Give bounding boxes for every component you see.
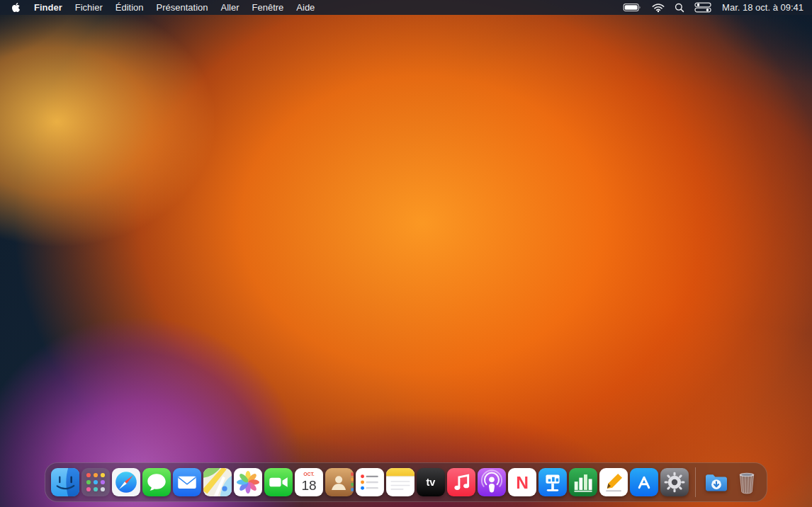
facetime-icon [264, 468, 293, 496]
tv-logo-label: tv [427, 477, 436, 488]
music-icon [447, 468, 475, 496]
photos-icon [234, 468, 262, 496]
pages-icon [599, 468, 628, 496]
menu-item-aller[interactable]: Aller [215, 0, 246, 15]
dock: OCT. 18 [45, 462, 767, 502]
desktop: Finder Fichier Édition Présentation Alle… [0, 0, 812, 507]
dock-icon-contacts[interactable] [325, 468, 354, 496]
calendar-month-label: OCT. [303, 472, 315, 477]
menu-bar: Finder Fichier Édition Présentation Alle… [0, 0, 812, 15]
news-icon: N [508, 468, 536, 496]
menubar-clock[interactable]: Mar. 18 oct. à 09:41 [716, 0, 803, 15]
menu-item-fenetre[interactable]: Fenêtre [246, 0, 291, 15]
dock-icon-tv[interactable]: tv [417, 468, 445, 496]
dock-icon-numbers[interactable] [569, 468, 597, 496]
wifi-icon [652, 3, 665, 13]
trash-icon [733, 468, 761, 496]
launchpad-icon [81, 468, 110, 496]
keynote-icon [538, 468, 567, 496]
dock-icon-news[interactable]: N [508, 468, 536, 496]
dock-icon-pages[interactable] [599, 468, 628, 496]
finder-icon [51, 468, 79, 496]
dock-icon-messages[interactable] [142, 468, 171, 496]
menu-item-presentation[interactable]: Présentation [150, 0, 215, 15]
wifi-status[interactable] [647, 0, 670, 15]
dock-icon-app-store[interactable] [630, 468, 658, 496]
dock-icon-photos[interactable] [234, 468, 262, 496]
dock-icon-safari[interactable] [112, 468, 140, 496]
dock-icon-notes[interactable] [386, 468, 415, 496]
calendar-day-label: 18 [301, 478, 316, 493]
app-store-icon [630, 468, 658, 496]
downloads-folder-icon [702, 468, 731, 496]
menu-item-fichier[interactable]: Fichier [69, 0, 109, 15]
menu-item-aide[interactable]: Aide [290, 0, 321, 15]
dock-separator [695, 467, 696, 497]
control-center-icon [694, 2, 711, 13]
gear-icon [660, 468, 689, 496]
maps-icon [203, 468, 232, 496]
dock-icon-facetime[interactable] [264, 468, 293, 496]
apple-icon [11, 2, 21, 13]
notes-icon [386, 468, 415, 496]
dock-icon-trash[interactable] [733, 468, 761, 496]
menu-item-finder[interactable]: Finder [28, 0, 69, 15]
apple-tv-icon: tv [417, 468, 445, 496]
reminders-icon [356, 468, 384, 496]
numbers-icon [569, 468, 597, 496]
dock-icon-finder[interactable] [51, 468, 79, 496]
safari-icon [112, 468, 140, 496]
dock-icon-system-settings[interactable] [660, 468, 689, 496]
desktop-wallpaper[interactable] [0, 0, 812, 507]
dock-icon-keynote[interactable] [538, 468, 567, 496]
menu-bar-right: Mar. 18 oct. à 09:41 [618, 0, 803, 15]
news-logo-label: N [516, 473, 529, 492]
search-icon [675, 3, 684, 13]
control-center-button[interactable] [689, 0, 716, 15]
apple-menu[interactable] [6, 0, 28, 15]
dock-icon-launchpad[interactable] [81, 468, 110, 496]
dock-icon-reminders[interactable] [356, 468, 384, 496]
dock-icon-calendar[interactable]: OCT. 18 [295, 468, 323, 496]
dock-icon-mail[interactable] [173, 468, 201, 496]
podcasts-icon [478, 468, 506, 496]
dock-icon-downloads[interactable] [702, 468, 731, 496]
contacts-icon [325, 468, 354, 496]
messages-icon [142, 468, 171, 496]
dock-icon-podcasts[interactable] [478, 468, 506, 496]
menu-item-edition[interactable]: Édition [109, 0, 150, 15]
battery-icon [623, 3, 642, 12]
menu-bar-left: Finder Fichier Édition Présentation Alle… [6, 0, 321, 15]
spotlight-button[interactable] [670, 0, 689, 15]
dock-icon-music[interactable] [447, 468, 475, 496]
calendar-icon: OCT. 18 [295, 468, 323, 496]
mail-icon [173, 468, 201, 496]
dock-icon-maps[interactable] [203, 468, 232, 496]
battery-status[interactable] [618, 0, 647, 15]
